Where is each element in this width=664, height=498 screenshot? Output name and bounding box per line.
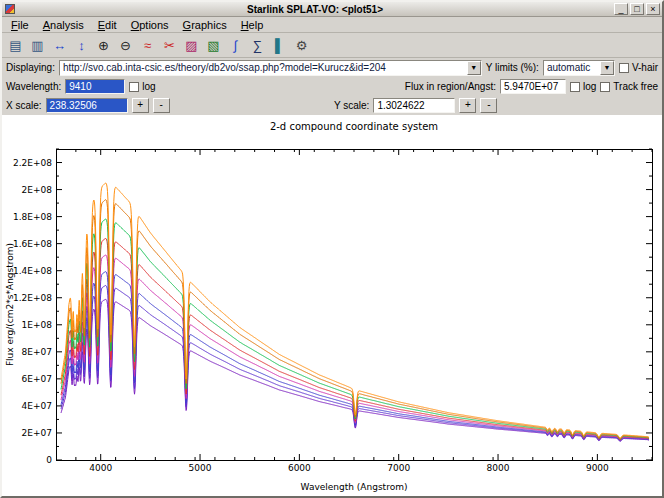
wavelength-log-checkbox[interactable] (129, 82, 139, 92)
x-tick-label: 7000 (387, 463, 410, 473)
flux-label: Flux in region/Angst: (405, 81, 496, 92)
x-tick-label: 6000 (288, 463, 311, 473)
minimize-icon[interactable]: _ (614, 3, 628, 15)
y-axis-label: Flux erg/(cm2*s*Angstrom) (5, 243, 15, 366)
y-tick-label: 1E+08 (22, 320, 53, 330)
title-bar[interactable]: Starlink SPLAT-VO: <plot51> _ □ × (2, 2, 662, 17)
chevron-down-icon[interactable]: ▼ (600, 61, 614, 75)
plot-canvas[interactable]: 2-d compound coordinate systemWavelength… (2, 115, 662, 496)
displaying-label: Displaying: (6, 62, 55, 73)
toolbar: ▤▥↔↕⊕⊖≈✂▨▧∫∑▌⚙ (2, 33, 662, 58)
histogram-icon[interactable]: ▌ (269, 35, 290, 56)
vhair-checkbox[interactable] (619, 63, 629, 73)
cutter-icon[interactable]: ✂ (159, 35, 180, 56)
x-scale-decrease-button[interactable]: - (153, 98, 170, 113)
config-icon[interactable]: ⚙ (291, 35, 312, 56)
fit-curve-icon[interactable]: ∫ (225, 35, 246, 56)
filter-icon[interactable]: ▨ (181, 35, 202, 56)
x-scale-group: X scale: 238.32506 + - (6, 98, 330, 113)
x-tick-label: 4000 (89, 463, 112, 473)
vhair-label: V-hair (632, 62, 658, 73)
close-icon[interactable]: × (646, 3, 660, 15)
ylimits-label: Y limits (%): (486, 62, 539, 73)
stats-icon[interactable]: ∑ (247, 35, 268, 56)
y-tick-label: 2E+07 (22, 428, 52, 438)
zoom-in-icon[interactable]: ⊕ (93, 35, 114, 56)
plot-title: 2-d compound coordinate system (270, 121, 438, 132)
x-tick-label: 8000 (487, 463, 510, 473)
track-free-label: Track free (613, 81, 658, 92)
y-tick-label: 1.6E+08 (13, 239, 52, 249)
y-scale-label: Y scale: (334, 100, 369, 111)
window-icon (5, 4, 15, 14)
wavelength-label: Wavelength: (6, 81, 61, 92)
wavelength-field[interactable]: 9410 (65, 79, 125, 94)
y-tick-label: 1.2E+08 (13, 293, 52, 303)
displaying-row: Displaying: http://svo.cab.inta-csic.es/… (2, 58, 662, 77)
menu-analysis[interactable]: Analysis (36, 18, 91, 32)
menu-help[interactable]: Help (234, 18, 271, 32)
y-tick-label: 6E+07 (22, 374, 52, 384)
track-free-group: Track free (600, 81, 658, 92)
flux-log-group: log (570, 81, 596, 92)
y-tick-label: 1.4E+08 (13, 266, 52, 276)
y-scale-decrease-button[interactable]: - (480, 98, 497, 113)
y-scale-increase-button[interactable]: + (459, 98, 476, 113)
spectral-lines-icon[interactable]: ≈ (137, 35, 158, 56)
y-tick-label: 4E+07 (22, 401, 52, 411)
y-tick-label: 2E+08 (22, 185, 53, 195)
wavelength-log-group: log (129, 81, 155, 92)
flux-field[interactable]: 5.9470E+07 (500, 79, 566, 94)
y-tick-label: 1.8E+08 (13, 212, 52, 222)
y-tick-label: 0 (46, 455, 52, 465)
splat-plot-window: Starlink SPLAT-VO: <plot51> _ □ × FileAn… (0, 0, 664, 498)
track-free-checkbox[interactable] (600, 82, 610, 92)
x-scale-increase-button[interactable]: + (132, 98, 149, 113)
y-scale-group: Y scale: 1.3024622 + - (334, 98, 658, 113)
spectrum-1 (61, 183, 649, 438)
spectrum-4 (61, 239, 649, 440)
vhair-group: V-hair (619, 62, 658, 73)
y-scale-field[interactable]: 1.3024622 (373, 98, 455, 113)
readout-row: Wavelength: 9410 log Flux in region/Angs… (2, 77, 662, 96)
ylimits-value: automatic (544, 62, 600, 73)
fit-width-icon[interactable]: ↔ (49, 35, 70, 56)
flux-log-checkbox[interactable] (570, 82, 580, 92)
fit-height-icon[interactable]: ↕ (71, 35, 92, 56)
spectrum-3 (61, 219, 649, 439)
x-axis-label: Wavelength (Angstrom) (301, 482, 408, 492)
menu-file[interactable]: File (4, 18, 36, 32)
chevron-down-icon[interactable]: ▼ (467, 61, 481, 75)
window-title: Starlink SPLAT-VO: <plot51> (18, 3, 612, 16)
y-tick-label: 2.2E+08 (13, 158, 52, 168)
menu-graphics[interactable]: Graphics (176, 18, 234, 32)
spectrum-2 (61, 200, 649, 439)
menu-bar: FileAnalysisEditOptionsGraphicsHelp (2, 17, 662, 33)
x-tick-label: 9000 (586, 463, 609, 473)
y-tick-label: 8E+07 (22, 347, 52, 357)
spectrum-url: http://svo.cab.inta-csic.es/theory/db2vo… (60, 62, 467, 73)
x-scale-field[interactable]: 238.32506 (46, 98, 128, 113)
maximize-icon[interactable]: □ (630, 3, 644, 15)
regions-icon[interactable]: ▧ (203, 35, 224, 56)
spectrum-selector[interactable]: http://svo.cab.inta-csic.es/theory/db2vo… (59, 60, 482, 76)
menu-edit[interactable]: Edit (91, 18, 124, 32)
x-scale-label: X scale: (6, 100, 42, 111)
menu-options[interactable]: Options (124, 18, 176, 32)
zoom-out-icon[interactable]: ⊖ (115, 35, 136, 56)
scale-row: X scale: 238.32506 + - Y scale: 1.302462… (2, 96, 662, 115)
x-tick-label: 5000 (189, 463, 212, 473)
wavelength-log-label: log (142, 81, 155, 92)
ylimits-selector[interactable]: automatic ▼ (543, 60, 615, 76)
flux-log-label: log (583, 81, 596, 92)
print-postscript-icon[interactable]: ▥ (27, 35, 48, 56)
plot-area[interactable]: 2-d compound coordinate systemWavelength… (2, 115, 662, 496)
print-icon[interactable]: ▤ (5, 35, 26, 56)
